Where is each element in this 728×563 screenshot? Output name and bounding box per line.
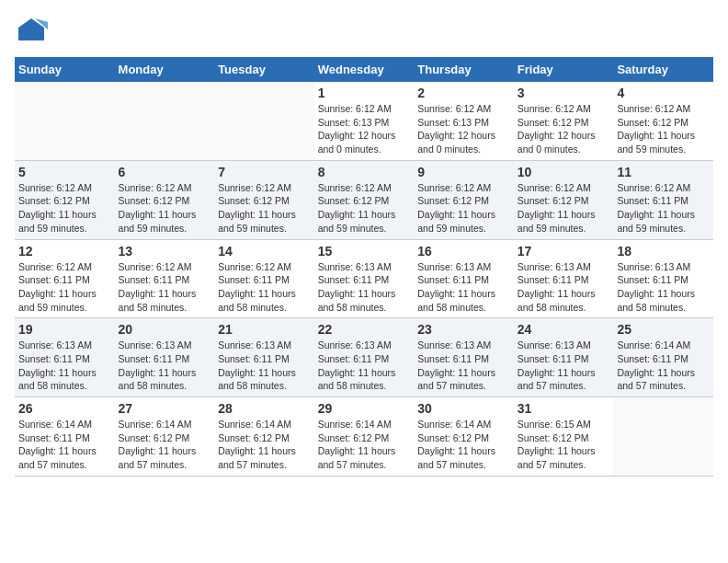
header-cell-tuesday: Tuesday	[214, 57, 314, 82]
day-info: Sunrise: 6:13 AM Sunset: 6:11 PM Dayligh…	[417, 260, 510, 315]
week-row-3: 12Sunrise: 6:12 AM Sunset: 6:11 PM Dayli…	[15, 239, 713, 318]
day-info: Sunrise: 6:14 AM Sunset: 6:12 PM Dayligh…	[318, 418, 411, 472]
header-cell-sunday: Sunday	[15, 57, 115, 82]
day-number: 18	[617, 244, 710, 259]
day-cell: 21Sunrise: 6:13 AM Sunset: 6:11 PM Dayli…	[214, 318, 314, 397]
day-cell: 5Sunrise: 6:12 AM Sunset: 6:12 PM Daylig…	[15, 160, 115, 239]
day-number: 8	[318, 165, 411, 179]
calendar-body: 1Sunrise: 6:12 AM Sunset: 6:13 PM Daylig…	[15, 82, 713, 476]
day-info: Sunrise: 6:13 AM Sunset: 6:11 PM Dayligh…	[119, 339, 211, 393]
day-cell: 4Sunrise: 6:12 AM Sunset: 6:12 PM Daylig…	[613, 82, 713, 160]
day-info: Sunrise: 6:12 AM Sunset: 6:13 PM Dayligh…	[318, 102, 411, 156]
day-cell: 6Sunrise: 6:12 AM Sunset: 6:12 PM Daylig…	[115, 160, 215, 239]
day-info: Sunrise: 6:14 AM Sunset: 6:12 PM Dayligh…	[119, 418, 211, 472]
day-info: Sunrise: 6:12 AM Sunset: 6:12 PM Dayligh…	[518, 181, 610, 236]
day-cell: 8Sunrise: 6:12 AM Sunset: 6:12 PM Daylig…	[314, 160, 415, 239]
day-cell: 31Sunrise: 6:15 AM Sunset: 6:12 PM Dayli…	[514, 397, 614, 477]
day-cell: 29Sunrise: 6:14 AM Sunset: 6:12 PM Dayli…	[314, 397, 415, 477]
day-number: 31	[518, 401, 610, 416]
day-number: 24	[518, 322, 610, 337]
day-cell: 19Sunrise: 6:13 AM Sunset: 6:11 PM Dayli…	[15, 318, 115, 397]
day-cell: 20Sunrise: 6:13 AM Sunset: 6:11 PM Dayli…	[115, 318, 215, 397]
day-info: Sunrise: 6:12 AM Sunset: 6:12 PM Dayligh…	[518, 102, 610, 156]
day-info: Sunrise: 6:13 AM Sunset: 6:11 PM Dayligh…	[518, 260, 610, 315]
day-cell: 22Sunrise: 6:13 AM Sunset: 6:11 PM Dayli…	[314, 318, 415, 397]
day-cell: 26Sunrise: 6:14 AM Sunset: 6:11 PM Dayli…	[15, 397, 115, 477]
day-info: Sunrise: 6:12 AM Sunset: 6:12 PM Dayligh…	[417, 181, 510, 236]
day-cell	[15, 82, 115, 160]
day-cell: 3Sunrise: 6:12 AM Sunset: 6:12 PM Daylig…	[514, 82, 614, 160]
calendar-header: SundayMondayTuesdayWednesdayThursdayFrid…	[15, 57, 713, 82]
day-number: 4	[617, 86, 710, 100]
header-cell-monday: Monday	[115, 57, 215, 82]
day-cell: 14Sunrise: 6:12 AM Sunset: 6:11 PM Dayli…	[214, 239, 314, 318]
day-number: 16	[417, 244, 510, 259]
day-cell: 27Sunrise: 6:14 AM Sunset: 6:12 PM Dayli…	[115, 397, 215, 477]
day-number: 15	[318, 244, 411, 259]
day-number: 22	[318, 322, 411, 337]
day-info: Sunrise: 6:12 AM Sunset: 6:12 PM Dayligh…	[617, 102, 710, 156]
day-cell: 18Sunrise: 6:13 AM Sunset: 6:11 PM Dayli…	[613, 239, 713, 318]
day-number: 7	[218, 165, 311, 179]
day-number: 30	[417, 401, 510, 416]
day-number: 10	[518, 165, 610, 179]
day-info: Sunrise: 6:12 AM Sunset: 6:13 PM Dayligh…	[417, 102, 510, 156]
header-cell-thursday: Thursday	[414, 57, 514, 82]
day-number: 25	[617, 322, 710, 337]
day-info: Sunrise: 6:12 AM Sunset: 6:11 PM Dayligh…	[218, 260, 311, 315]
day-number: 9	[417, 165, 510, 179]
week-row-2: 5Sunrise: 6:12 AM Sunset: 6:12 PM Daylig…	[15, 160, 713, 239]
logo	[15, 15, 51, 48]
week-row-4: 19Sunrise: 6:13 AM Sunset: 6:11 PM Dayli…	[15, 318, 713, 397]
day-number: 13	[119, 244, 211, 259]
day-number: 19	[18, 322, 111, 337]
day-info: Sunrise: 6:15 AM Sunset: 6:12 PM Dayligh…	[518, 418, 610, 472]
day-cell: 17Sunrise: 6:13 AM Sunset: 6:11 PM Dayli…	[514, 239, 614, 318]
day-info: Sunrise: 6:13 AM Sunset: 6:11 PM Dayligh…	[518, 339, 610, 393]
day-info: Sunrise: 6:12 AM Sunset: 6:12 PM Dayligh…	[18, 181, 111, 236]
day-cell: 23Sunrise: 6:13 AM Sunset: 6:11 PM Dayli…	[414, 318, 514, 397]
day-info: Sunrise: 6:12 AM Sunset: 6:12 PM Dayligh…	[119, 181, 211, 236]
day-cell: 25Sunrise: 6:14 AM Sunset: 6:11 PM Dayli…	[613, 318, 713, 397]
day-cell: 2Sunrise: 6:12 AM Sunset: 6:13 PM Daylig…	[414, 82, 514, 160]
day-cell: 10Sunrise: 6:12 AM Sunset: 6:12 PM Dayli…	[514, 160, 614, 239]
day-cell: 1Sunrise: 6:12 AM Sunset: 6:13 PM Daylig…	[314, 82, 415, 160]
day-number: 1	[318, 86, 411, 100]
week-row-5: 26Sunrise: 6:14 AM Sunset: 6:11 PM Dayli…	[15, 397, 713, 477]
day-info: Sunrise: 6:12 AM Sunset: 6:12 PM Dayligh…	[218, 181, 311, 236]
day-number: 26	[18, 401, 111, 416]
day-info: Sunrise: 6:13 AM Sunset: 6:11 PM Dayligh…	[318, 339, 411, 393]
logo-icon	[15, 15, 48, 48]
day-cell: 13Sunrise: 6:12 AM Sunset: 6:11 PM Dayli…	[115, 239, 215, 318]
day-cell	[115, 82, 215, 160]
day-number: 20	[119, 322, 211, 337]
day-info: Sunrise: 6:14 AM Sunset: 6:12 PM Dayligh…	[218, 418, 311, 472]
header-row: SundayMondayTuesdayWednesdayThursdayFrid…	[15, 57, 713, 82]
day-info: Sunrise: 6:14 AM Sunset: 6:11 PM Dayligh…	[617, 339, 710, 393]
day-cell: 11Sunrise: 6:12 AM Sunset: 6:11 PM Dayli…	[613, 160, 713, 239]
day-cell: 12Sunrise: 6:12 AM Sunset: 6:11 PM Dayli…	[15, 239, 115, 318]
day-number: 21	[218, 322, 311, 337]
day-cell: 30Sunrise: 6:14 AM Sunset: 6:12 PM Dayli…	[414, 397, 514, 477]
day-cell: 16Sunrise: 6:13 AM Sunset: 6:11 PM Dayli…	[414, 239, 514, 318]
day-cell	[214, 82, 314, 160]
day-cell: 15Sunrise: 6:13 AM Sunset: 6:11 PM Dayli…	[314, 239, 415, 318]
calendar-table: SundayMondayTuesdayWednesdayThursdayFrid…	[15, 57, 713, 477]
day-info: Sunrise: 6:12 AM Sunset: 6:11 PM Dayligh…	[18, 260, 111, 315]
day-number: 27	[119, 401, 211, 416]
day-cell: 28Sunrise: 6:14 AM Sunset: 6:12 PM Dayli…	[214, 397, 314, 477]
day-number: 12	[18, 244, 111, 259]
day-cell: 7Sunrise: 6:12 AM Sunset: 6:12 PM Daylig…	[214, 160, 314, 239]
day-number: 14	[218, 244, 311, 259]
day-info: Sunrise: 6:14 AM Sunset: 6:11 PM Dayligh…	[18, 418, 111, 472]
day-info: Sunrise: 6:13 AM Sunset: 6:11 PM Dayligh…	[18, 339, 111, 393]
day-number: 23	[417, 322, 510, 337]
page-header	[15, 15, 713, 48]
day-number: 2	[417, 86, 510, 100]
day-number: 11	[617, 165, 710, 179]
day-number: 5	[18, 165, 111, 179]
day-info: Sunrise: 6:13 AM Sunset: 6:11 PM Dayligh…	[417, 339, 510, 393]
day-info: Sunrise: 6:12 AM Sunset: 6:12 PM Dayligh…	[318, 181, 411, 236]
day-number: 3	[518, 86, 610, 100]
header-cell-saturday: Saturday	[613, 57, 713, 82]
